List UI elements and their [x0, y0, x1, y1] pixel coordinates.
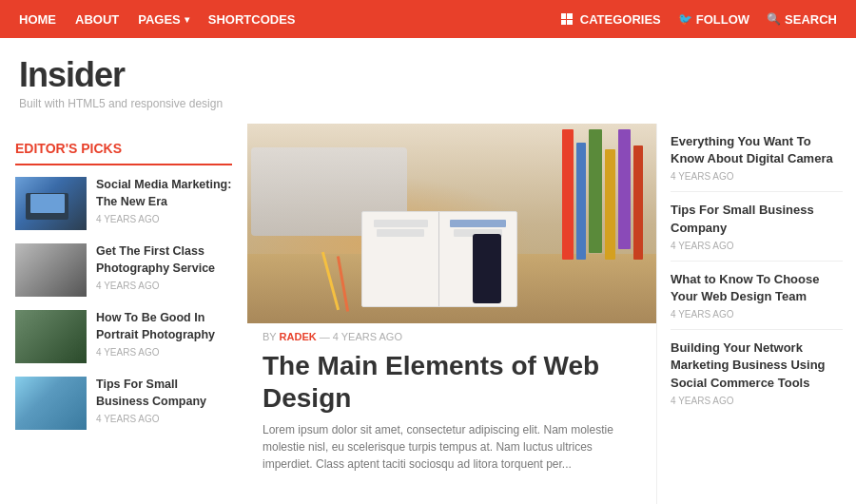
article-date: 4 YEARS AGO — [333, 331, 402, 342]
grid-icon — [561, 13, 573, 25]
search-icon: 🔍 — [767, 12, 781, 26]
post-date: 4 YEARS AGO — [96, 347, 232, 358]
navigation: HOME ABOUT PAGES ▾ SHORTCODES CATEGORIES… — [0, 0, 856, 38]
site-subtitle: Built with HTML5 and responsive design — [19, 97, 837, 110]
separator: — — [320, 331, 330, 342]
article-meta: BY RADEK — 4 YEARS AGO — [247, 323, 656, 346]
post-title: Tips For Small Business Company — [96, 377, 232, 410]
nav-follow[interactable]: 🐦 FOLLOW — [678, 12, 749, 27]
post-title: Get The First Class Photography Service — [96, 243, 232, 277]
post-thumbnail — [15, 177, 87, 230]
post-thumbnail — [15, 243, 87, 297]
post-thumbnail — [15, 310, 87, 363]
post-date: 4 YEARS AGO — [96, 414, 232, 424]
article-title[interactable]: The Main Elements of Web Design — [247, 346, 656, 421]
main-layout: Editor's Picks Social Media Marketing: T… — [0, 124, 856, 504]
post-info: Tips For Small Business Company 4 YEARS … — [96, 377, 232, 424]
right-post-title: Everything You Want To Know About Digita… — [671, 133, 843, 167]
right-post-item[interactable]: Everything You Want To Know About Digita… — [671, 133, 843, 192]
nav-right: CATEGORIES 🐦 FOLLOW 🔍 SEARCH — [561, 12, 837, 27]
site-title: Insider — [19, 55, 837, 95]
list-item[interactable]: Get The First Class Photography Service … — [15, 243, 232, 297]
right-post-title: What to Know To Choose Your Web Design T… — [671, 271, 843, 305]
nav-search[interactable]: 🔍 SEARCH — [767, 12, 837, 27]
editors-picks-sidebar: Editor's Picks Social Media Marketing: T… — [0, 124, 247, 504]
right-post-date: 4 YEARS AGO — [671, 309, 843, 320]
post-info: Get The First Class Photography Service … — [96, 243, 232, 291]
nav-home[interactable]: HOME — [19, 12, 56, 27]
chevron-down-icon: ▾ — [185, 14, 189, 25]
article-author[interactable]: RADEK — [280, 331, 317, 342]
post-thumbnail — [15, 377, 87, 430]
right-post-title: Tips For Small Business Company — [671, 202, 843, 236]
list-item[interactable]: Social Media Marketing: The New Era 4 YE… — [15, 177, 232, 230]
right-post-date: 4 YEARS AGO — [671, 396, 843, 406]
right-post-title: Building Your Network Marketing Business… — [671, 339, 843, 392]
right-post-date: 4 YEARS AGO — [671, 171, 843, 182]
nav-shortcodes[interactable]: SHORTCODES — [208, 12, 296, 27]
nav-about[interactable]: ABOUT — [75, 12, 119, 27]
post-title: How To Be Good In Portrait Photography — [96, 310, 232, 343]
featured-image — [247, 124, 656, 323]
right-sidebar: Everything You Want To Know About Digita… — [656, 124, 856, 504]
post-info: How To Be Good In Portrait Photography 4… — [96, 310, 232, 358]
twitter-icon: 🐦 — [678, 12, 692, 26]
post-date: 4 YEARS AGO — [96, 281, 232, 291]
sidebar-title: Editor's Picks — [15, 141, 232, 165]
nav-categories[interactable]: CATEGORIES — [561, 12, 661, 27]
nav-left: HOME ABOUT PAGES ▾ SHORTCODES — [19, 12, 296, 27]
list-item[interactable]: How To Be Good In Portrait Photography 4… — [15, 310, 232, 363]
post-date: 4 YEARS AGO — [96, 214, 232, 224]
right-post-item[interactable]: Building Your Network Marketing Business… — [671, 339, 843, 416]
right-post-item[interactable]: What to Know To Choose Your Web Design T… — [671, 271, 843, 330]
list-item[interactable]: Tips For Small Business Company 4 YEARS … — [15, 377, 232, 430]
article-excerpt: Lorem ipsum dolor sit amet, consectetur … — [247, 421, 656, 473]
nav-pages[interactable]: PAGES ▾ — [138, 12, 189, 27]
right-post-item[interactable]: Tips For Small Business Company 4 YEARS … — [671, 202, 843, 261]
main-content: BY RADEK — 4 YEARS AGO The Main Elements… — [247, 124, 656, 504]
site-header: Insider Built with HTML5 and responsive … — [0, 38, 856, 124]
post-title: Social Media Marketing: The New Era — [96, 177, 232, 210]
right-post-date: 4 YEARS AGO — [671, 241, 843, 251]
post-info: Social Media Marketing: The New Era 4 YE… — [96, 177, 232, 224]
by-label: BY — [263, 331, 276, 342]
